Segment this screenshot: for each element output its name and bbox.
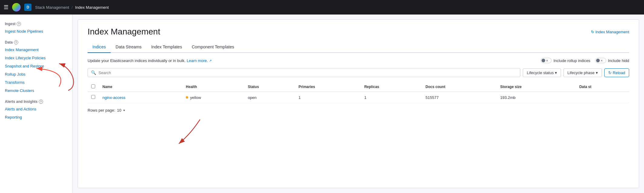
chevron-down-icon: ▾ <box>555 70 557 75</box>
row-checkbox-cell[interactable] <box>88 92 99 103</box>
search-filters-bar: 🔍 Lifecycle status ▾ Lifecycle phase ▾ ↻… <box>88 68 629 77</box>
breadcrumb-separator: / <box>72 5 73 10</box>
top-nav: ☰ D Stack Management / Index Management <box>0 0 644 15</box>
name-header[interactable]: Name <box>99 82 182 92</box>
sidebar-section-title-data: Data ? <box>0 38 72 46</box>
row-checkbox[interactable] <box>91 95 95 99</box>
sidebar-section-ingest: Ingest ? Ingest Node Pipelines <box>0 19 72 35</box>
sidebar-section-title-alerts: Alerts and Insights ? <box>0 97 72 105</box>
search-box[interactable]: 🔍 <box>88 68 520 77</box>
toggles: ✕ Include rollup indices ✕ Include hidd <box>541 58 629 63</box>
toggle-knob-2 <box>596 59 600 62</box>
user-avatar: D <box>24 4 32 11</box>
rollup-toggle-group: ✕ Include rollup indices <box>541 58 590 63</box>
reload-button[interactable]: ↻ Reload <box>604 68 629 77</box>
external-link-icon: ↗ <box>209 59 212 62</box>
health-dot <box>186 96 188 99</box>
search-icon: 🔍 <box>91 70 96 75</box>
breadcrumb: Stack Management / Index Management <box>35 5 109 10</box>
info-bar: Update your Elasticsearch indices indivi… <box>88 58 629 63</box>
lifecycle-phase-filter[interactable]: Lifecycle phase ▾ <box>563 68 602 77</box>
hidden-toggle-label: Include hidd <box>608 58 629 63</box>
hidden-toggle[interactable]: ✕ <box>595 58 606 63</box>
status-cell: open <box>244 92 295 103</box>
rollup-toggle-label: Include rollup indices <box>553 58 590 63</box>
table-header-row: Name Health Status Primaries Replicas Do… <box>88 82 629 92</box>
storage-size-header[interactable]: Storage size <box>496 82 576 92</box>
page-title: Index Management <box>88 27 160 37</box>
tab-component-templates[interactable]: Component Templates <box>187 41 239 53</box>
docs-count-cell: 515577 <box>422 92 496 103</box>
sidebar-item-reporting[interactable]: Reporting <box>0 113 72 121</box>
tabs: Indices Data Streams Index Templates Com… <box>88 41 629 53</box>
checkbox-header <box>88 82 99 92</box>
sidebar-item-ingest-node-pipelines[interactable]: Ingest Node Pipelines <box>0 27 72 35</box>
hidden-toggle-group: ✕ Include hidd <box>595 58 629 63</box>
health-header[interactable]: Health <box>182 82 244 92</box>
page-header: Index Management ↻ Index Management <box>88 27 629 37</box>
sidebar-item-alerts-actions[interactable]: Alerts and Actions <box>0 105 72 113</box>
table-row: nginx-access yellow open 1 1 515577 19 <box>88 92 629 103</box>
sidebar-item-index-management[interactable]: Index Management <box>0 46 72 54</box>
breadcrumb-stack-management[interactable]: Stack Management <box>35 5 69 10</box>
indices-table: Name Health Status Primaries Replicas Do… <box>88 82 629 103</box>
data-st-cell <box>576 92 629 103</box>
lifecycle-status-filter[interactable]: Lifecycle status ▾ <box>523 68 561 77</box>
rows-per-page[interactable]: Rows per page: 10 ▾ <box>88 108 629 113</box>
elastic-logo <box>12 3 21 11</box>
data-st-header[interactable]: Data st <box>576 82 629 92</box>
rows-per-page-value: 10 <box>117 108 121 113</box>
chevron-down-icon-2: ▾ <box>596 70 598 75</box>
storage-size-cell: 193.2mb <box>496 92 576 103</box>
replicas-cell: 1 <box>361 92 422 103</box>
tab-data-streams[interactable]: Data Streams <box>111 41 146 53</box>
tab-index-templates[interactable]: Index Templates <box>146 41 187 53</box>
rows-per-page-chevron: ▾ <box>123 109 125 112</box>
data-help-icon[interactable]: ? <box>14 40 18 44</box>
doc-link[interactable]: ↻ Index Management <box>591 30 629 34</box>
info-text: Update your Elasticsearch indices indivi… <box>88 58 212 63</box>
hamburger-icon[interactable]: ☰ <box>4 4 8 11</box>
sidebar-item-rollup-jobs[interactable]: Rollup Jobs <box>0 70 72 78</box>
breadcrumb-current: Index Management <box>75 5 109 10</box>
sidebar-item-index-lifecycle-policies[interactable]: Index Lifecycle Policies <box>0 54 72 62</box>
status-header[interactable]: Status <box>244 82 295 92</box>
sidebar-section-data: Data ? Index Management Index Lifecycle … <box>0 38 72 95</box>
index-name-cell: nginx-access <box>99 92 182 103</box>
health-cell: yellow <box>182 92 244 103</box>
sidebar-section-alerts: Alerts and Insights ? Alerts and Actions… <box>0 97 72 121</box>
toggle-knob <box>542 59 545 62</box>
rows-per-page-label: Rows per page: <box>88 108 115 113</box>
alerts-help-icon[interactable]: ? <box>39 100 43 104</box>
rollup-toggle[interactable]: ✕ <box>541 58 552 63</box>
sidebar-item-transforms[interactable]: Transforms <box>0 78 72 87</box>
tab-indices[interactable]: Indices <box>88 41 111 53</box>
search-input[interactable] <box>98 70 517 75</box>
sidebar-section-title-ingest: Ingest ? <box>0 19 72 27</box>
sidebar: Ingest ? Ingest Node Pipelines Data ? In… <box>0 15 73 193</box>
select-all-checkbox[interactable] <box>91 84 95 88</box>
ingest-help-icon[interactable]: ? <box>17 22 21 26</box>
replicas-header[interactable]: Replicas <box>361 82 422 92</box>
health-value: yellow <box>190 95 201 100</box>
sidebar-item-snapshot-restore[interactable]: Snapshot and Restore <box>0 62 72 70</box>
reload-icon: ↻ <box>608 70 612 75</box>
refresh-icon: ↻ <box>591 30 594 34</box>
learn-more-link[interactable]: Learn more. <box>187 58 208 63</box>
main-content: Index Management ↻ Index Management Indi… <box>78 19 639 188</box>
primaries-cell: 1 <box>295 92 361 103</box>
docs-count-header[interactable]: Docs count <box>422 82 496 92</box>
index-link[interactable]: nginx-access <box>102 95 125 100</box>
sidebar-item-remote-clusters[interactable]: Remote Clusters <box>0 87 72 95</box>
primaries-header[interactable]: Primaries <box>295 82 361 92</box>
